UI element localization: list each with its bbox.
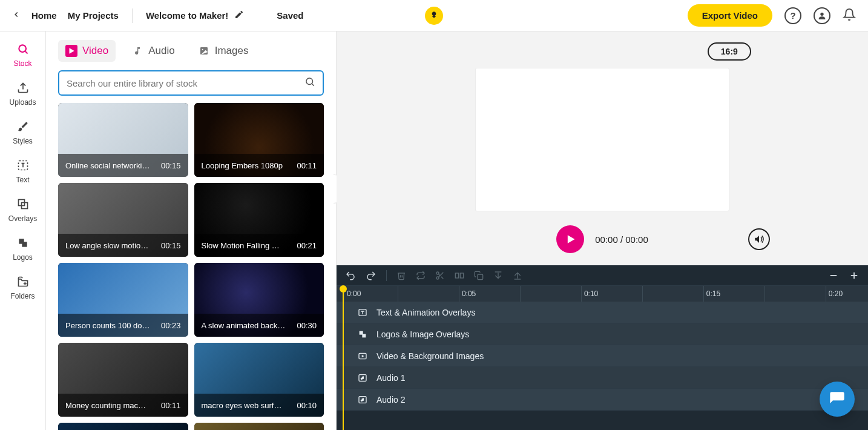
track-logos-overlays[interactable]: Logos & Image Overlays: [337, 323, 868, 345]
stock-panel: Video Audio Images Online social network…: [46, 31, 337, 430]
stock-clip[interactable]: Money counting machine…00:11: [58, 343, 188, 417]
rail-label: Folders: [10, 292, 35, 300]
rail-label: Logos: [13, 253, 33, 262]
timecode: 00:00 / 00:00: [595, 234, 648, 245]
tab-label: Images: [215, 45, 249, 57]
svg-line-19: [438, 274, 440, 276]
stock-clip[interactable]: Person counts 100 dollar…00:23: [58, 263, 188, 337]
search-field[interactable]: [58, 70, 324, 96]
stock-clip[interactable]: [58, 423, 188, 430]
svg-point-16: [436, 277, 439, 279]
ruler-tick: 0:20: [826, 286, 843, 302]
svg-point-15: [436, 272, 439, 274]
audio-icon: [131, 45, 143, 57]
ruler-minor-tick: [520, 286, 523, 302]
tab-images[interactable]: Images: [191, 40, 256, 62]
clip-title: macro eyes web surfer a…: [202, 401, 286, 410]
ruler-minor-tick: [764, 286, 768, 302]
app-logo[interactable]: [425, 7, 443, 25]
project-title-text: Welcome to Maker!: [146, 10, 228, 21]
home-link[interactable]: Home: [31, 10, 57, 21]
svg-rect-20: [455, 273, 458, 278]
video-icon: [65, 45, 77, 57]
clip-title: Online social networking …: [65, 161, 150, 170]
track-text-overlays[interactable]: Text & Animation Overlays: [337, 302, 868, 323]
tab-audio[interactable]: Audio: [124, 40, 182, 62]
play-button[interactable]: [556, 225, 584, 253]
stock-clip[interactable]: Online social networking …00:15: [58, 103, 188, 177]
brush-icon: [16, 120, 30, 133]
clip-title: Slow Motion Falling Money: [202, 241, 286, 250]
edit-title-icon[interactable]: [234, 10, 244, 21]
rail-stock[interactable]: Stock: [0, 42, 45, 68]
rail-folders[interactable]: Folders: [0, 275, 45, 300]
player-controls: 00:00 / 00:00: [337, 225, 868, 253]
timeline-ruler[interactable]: 0:00 0:05 0:10 0:15 0:20: [337, 286, 868, 302]
track-label: Video & Background Images: [376, 351, 484, 361]
clip-duration: 00:15: [161, 241, 181, 250]
zoom-in-icon[interactable]: [849, 270, 860, 281]
rail-styles[interactable]: Styles: [0, 120, 45, 145]
clip-duration: 00:23: [161, 321, 181, 330]
volume-button[interactable]: [748, 228, 770, 250]
clip-duration: 00:11: [161, 401, 181, 410]
search-icon[interactable]: [304, 76, 315, 90]
header-left: Home My Projects Welcome to Maker! Saved: [12, 8, 304, 23]
stock-clip[interactable]: macro eyes web surfer a…00:10: [194, 343, 324, 417]
svg-line-18: [441, 276, 444, 279]
upload-icon: [16, 81, 30, 94]
stock-clip[interactable]: A slow animated backgr…00:30: [194, 263, 324, 337]
clip-title: Money counting machine…: [65, 401, 150, 410]
track-audio-1[interactable]: Audio 1: [337, 367, 868, 389]
preview-canvas[interactable]: [476, 68, 729, 211]
save-status: Saved: [277, 10, 303, 21]
zoom-out-icon[interactable]: [828, 270, 839, 281]
track-audio-2[interactable]: Audio 2: [337, 389, 868, 411]
timeline-toolbar: [337, 265, 868, 286]
stock-clip[interactable]: Looping Embers 1080p00:11: [194, 103, 324, 177]
stock-clip[interactable]: Low angle slow motion s…00:15: [58, 183, 188, 257]
playhead[interactable]: [343, 286, 344, 302]
stock-clip[interactable]: [194, 423, 324, 430]
rail-label: Overlays: [8, 214, 37, 223]
stock-clip[interactable]: Slow Motion Falling Money00:21: [194, 183, 324, 257]
split-icon: [455, 271, 464, 280]
left-rail: Stock Uploads Styles Text Overlays Logos…: [0, 31, 46, 430]
track-label: Audio 1: [376, 373, 405, 383]
search-input[interactable]: [67, 78, 304, 88]
rail-overlays[interactable]: Overlays: [0, 197, 45, 223]
track-label: Logos & Image Overlays: [376, 329, 469, 339]
timeline-tracks: Text & Animation Overlays Logos & Image …: [337, 302, 868, 430]
header-divider: [132, 8, 133, 23]
svg-line-13: [312, 84, 314, 85]
redo-icon[interactable]: [366, 270, 376, 281]
folder-icon: [16, 275, 30, 288]
track-video-bg[interactable]: Video & Background Images: [337, 345, 868, 367]
tab-video[interactable]: Video: [58, 40, 116, 62]
chat-bubble[interactable]: [820, 382, 855, 417]
svg-point-1: [19, 45, 26, 52]
svg-marker-32: [362, 355, 364, 357]
search-icon: [16, 42, 30, 56]
rail-label: Uploads: [9, 98, 36, 107]
clip-title: Person counts 100 dollar…: [65, 321, 150, 330]
account-icon[interactable]: [814, 7, 830, 24]
aspect-ratio-badge[interactable]: 16:9: [708, 42, 751, 61]
panel-tabs: Video Audio Images: [58, 40, 324, 62]
notifications-icon[interactable]: [843, 8, 856, 24]
logos-track-icon: [357, 329, 368, 340]
export-button[interactable]: Export Video: [688, 4, 772, 27]
svg-rect-21: [460, 273, 463, 278]
track-label: Text & Animation Overlays: [376, 308, 475, 317]
rail-uploads[interactable]: Uploads: [0, 81, 45, 107]
my-projects-link[interactable]: My Projects: [68, 10, 119, 21]
help-icon[interactable]: ?: [784, 7, 801, 24]
clip-title: A slow animated backgr…: [202, 321, 286, 330]
playhead-line[interactable]: [343, 302, 344, 430]
rail-text[interactable]: Text: [0, 159, 45, 184]
stock-grid[interactable]: Online social networking …00:15 Looping …: [58, 103, 324, 430]
back-icon[interactable]: [12, 10, 21, 21]
rail-logos[interactable]: Logos: [0, 236, 45, 262]
svg-marker-9: [70, 48, 74, 53]
undo-icon[interactable]: [345, 270, 356, 281]
